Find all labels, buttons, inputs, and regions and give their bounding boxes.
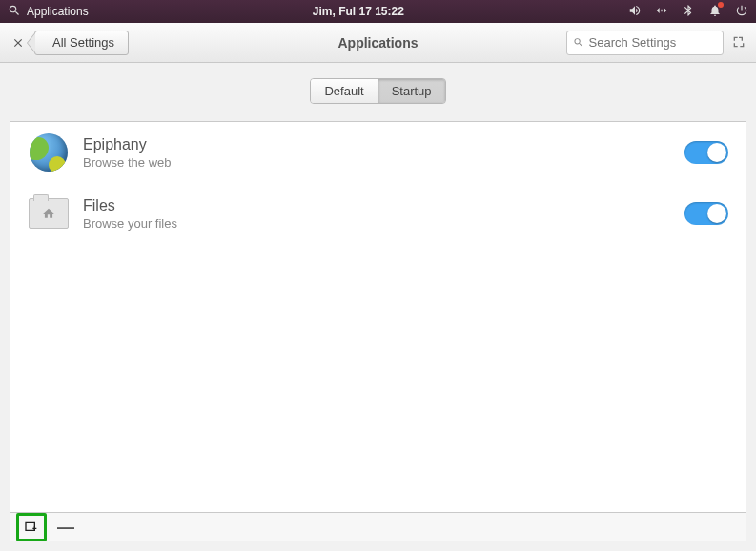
epiphany-icon xyxy=(28,132,70,173)
panel-clock[interactable]: Jim, Ful 17 15:22 xyxy=(89,5,628,18)
tab-startup[interactable]: Startup xyxy=(378,79,445,103)
content-area: Default Startup Epiphany Browse the web … xyxy=(0,63,756,551)
search-input[interactable] xyxy=(589,35,717,50)
power-icon[interactable] xyxy=(735,4,748,20)
search-icon[interactable] xyxy=(8,4,21,20)
app-desc: Browse your files xyxy=(83,216,684,231)
search-field[interactable] xyxy=(566,31,724,55)
window-toolbar: All Settings Applications xyxy=(0,23,756,63)
list-action-bar: — xyxy=(10,513,746,541)
tab-group: Default Startup xyxy=(310,78,445,104)
toggle-switch[interactable] xyxy=(684,202,728,225)
list-item[interactable]: Files Browse your files xyxy=(10,183,746,244)
toggle-switch[interactable] xyxy=(684,141,728,164)
app-name: Epiphany xyxy=(83,136,684,153)
list-item[interactable]: Epiphany Browse the web xyxy=(10,122,746,183)
app-desc: Browse the web xyxy=(83,155,684,170)
remove-app-button[interactable]: — xyxy=(54,517,77,538)
add-app-button[interactable] xyxy=(20,517,43,538)
startup-apps-list: Epiphany Browse the web Files Browse you… xyxy=(10,121,746,513)
notifications-icon[interactable] xyxy=(708,4,722,20)
app-name: Files xyxy=(83,197,684,214)
close-button[interactable] xyxy=(8,32,29,53)
notification-badge xyxy=(718,2,724,8)
maximize-button[interactable] xyxy=(731,34,748,51)
files-icon xyxy=(28,193,70,235)
breadcrumb-label: All Settings xyxy=(52,35,114,50)
volume-icon[interactable] xyxy=(628,4,642,20)
network-icon[interactable] xyxy=(655,4,668,20)
tab-default[interactable]: Default xyxy=(311,79,377,103)
top-panel: Applications Jim, Ful 17 15:22 xyxy=(0,0,756,23)
add-highlight xyxy=(16,513,47,541)
bluetooth-icon[interactable] xyxy=(682,4,695,20)
back-all-settings-button[interactable]: All Settings xyxy=(34,31,129,55)
panel-app-label[interactable]: Applications xyxy=(27,5,89,18)
